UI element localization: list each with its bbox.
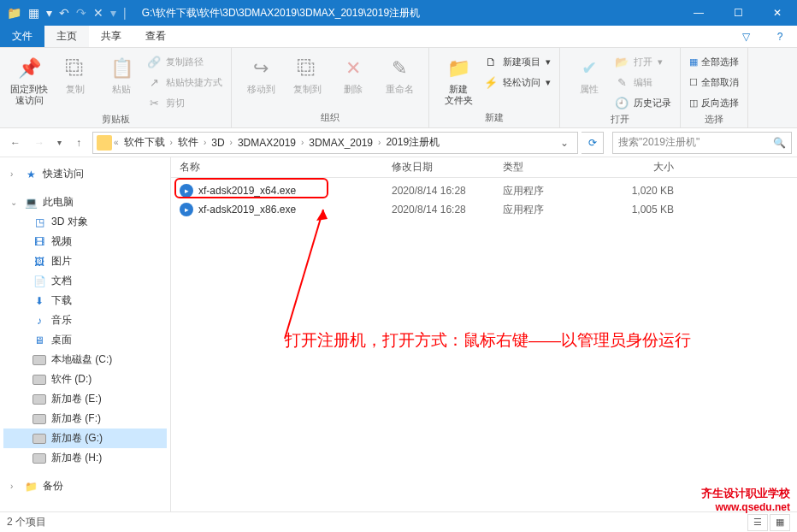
maximize-button[interactable]: ☐	[718, 0, 758, 26]
tree-drive-h[interactable]: 新加卷 (H:)	[3, 448, 167, 468]
rename-button[interactable]: ✎ 重命名	[379, 51, 420, 95]
group-label-open: 打开	[569, 111, 671, 127]
tree-quickaccess[interactable]: ›★快速访问	[3, 164, 167, 184]
back-button[interactable]: ←	[5, 133, 26, 153]
tab-share[interactable]: 共享	[89, 26, 133, 47]
file-row[interactable]: ▸xf-adsk2019_x86.exe 2020/8/14 16:28 应用程…	[171, 200, 797, 219]
search-input[interactable]: 搜索"2019注册机" 🔍	[612, 132, 792, 154]
close-button[interactable]: ✕	[758, 0, 797, 26]
open-button[interactable]: 📂打开 ▾	[615, 53, 671, 70]
breadcrumb-seg[interactable]: 3D	[208, 137, 227, 149]
recent-dropdown-icon[interactable]: ▾	[53, 133, 65, 153]
up-button[interactable]: ↑	[68, 133, 89, 153]
history-button[interactable]: 🕘历史记录	[615, 94, 671, 111]
tree-drive-e[interactable]: 新加卷 (E:)	[3, 389, 167, 409]
view-icons-button[interactable]: ▦	[770, 514, 790, 531]
forward-button[interactable]: →	[29, 133, 50, 153]
file-row[interactable]: ▸xf-adsk2019_x64.exe 2020/8/14 16:28 应用程…	[171, 181, 797, 200]
delete-button[interactable]: ✕ 删除	[333, 51, 374, 95]
minimize-button[interactable]: —	[679, 0, 718, 26]
delete-qat-icon[interactable]: ✕	[93, 6, 103, 20]
newfolder-icon: 📁	[445, 55, 472, 82]
easyaccess-icon: ⚡	[484, 75, 498, 89]
folder-icon: 📁	[7, 6, 21, 20]
refresh-button[interactable]: ⟳	[582, 132, 604, 154]
easyaccess-button[interactable]: ⚡轻松访问 ▾	[484, 74, 551, 91]
tree-downloads[interactable]: ⬇下载	[3, 291, 167, 310]
ribbon-tabs: 文件 主页 共享 查看 ▽ ?	[0, 26, 797, 48]
scissors-icon: ✂	[147, 96, 161, 109]
pin-quickaccess-button[interactable]: 📌 固定到快 速访问	[9, 51, 50, 106]
chevron-right-icon[interactable]: «	[114, 138, 119, 147]
copy-path-button[interactable]: 🔗复制路径	[147, 53, 222, 70]
tab-file[interactable]: 文件	[0, 26, 44, 47]
selectall-button[interactable]: ▦全部选择	[689, 53, 739, 70]
tree-drive-g[interactable]: 新加卷 (G:)	[3, 429, 167, 448]
properties-button[interactable]: ✔ 属性	[569, 51, 610, 95]
breadcrumb-seg[interactable]: 3DMAX_2019	[305, 137, 376, 149]
invert-icon: ◫	[689, 98, 698, 109]
ribbon-group-select: ▦全部选择 ☐全部取消 ◫反向选择 选择	[681, 48, 748, 127]
col-name[interactable]: 名称	[171, 160, 392, 174]
qat-props-icon[interactable]: ▦	[28, 6, 39, 20]
selectnone-button[interactable]: ☐全部取消	[689, 74, 739, 91]
redo-icon[interactable]: ↷	[76, 6, 86, 20]
invertselection-button[interactable]: ◫反向选择	[689, 94, 739, 111]
tab-view[interactable]: 查看	[133, 26, 178, 47]
tree-backup[interactable]: ›📁备份	[3, 476, 167, 496]
tree-pictures[interactable]: 🖼图片	[3, 251, 167, 271]
exe-icon: ▸	[180, 203, 193, 216]
breadcrumb-seg[interactable]: 软件	[174, 135, 202, 150]
cube-icon: ◳	[32, 216, 46, 229]
tree-documents[interactable]: 📄文档	[3, 271, 167, 291]
copyto-button[interactable]: ⿻ 复制到	[286, 51, 328, 95]
doc-icon: 📄	[32, 275, 46, 288]
undo-icon[interactable]: ↶	[59, 6, 69, 20]
col-type[interactable]: 类型	[503, 160, 605, 174]
tree-music[interactable]: ♪音乐	[3, 310, 167, 330]
moveto-button[interactable]: ↪ 移动到	[240, 51, 281, 95]
breadcrumb-seg[interactable]: 2019注册机	[382, 135, 443, 150]
qat-dropdown-icon[interactable]: ▾	[46, 6, 52, 20]
drive-icon	[32, 394, 46, 405]
search-icon[interactable]: 🔍	[773, 137, 786, 149]
breadcrumb-seg[interactable]: 软件下载	[121, 135, 168, 150]
breadcrumb-folder-icon	[97, 135, 112, 151]
tree-desktop[interactable]: 🖥桌面	[3, 330, 167, 350]
group-label-organize: 组织	[240, 109, 420, 126]
newfolder-button[interactable]: 📁 新建 文件夹	[438, 51, 479, 106]
nav-tree[interactable]: ›★快速访问 ⌄💻此电脑 ◳3D 对象 🎞视频 🖼图片 📄文档 ⬇下载 ♪音乐 …	[0, 157, 171, 511]
tree-drive-c[interactable]: 本地磁盘 (C:)	[3, 350, 167, 369]
tree-thispc[interactable]: ⌄💻此电脑	[3, 192, 167, 212]
shortcut-icon: ↗	[147, 75, 161, 89]
moveto-icon: ↪	[247, 55, 275, 82]
paste-shortcut-button[interactable]: ↗粘贴快捷方式	[147, 74, 222, 91]
tree-drive-d[interactable]: 软件 (D:)	[3, 369, 167, 389]
tab-home[interactable]: 主页	[44, 26, 89, 47]
newitem-button[interactable]: 🗋新建项目 ▾	[484, 53, 551, 70]
tree-3dobjects[interactable]: ◳3D 对象	[3, 212, 167, 232]
view-details-button[interactable]: ☰	[747, 514, 768, 531]
quick-access-toolbar: 📁 ▦ ▾ ↶ ↷ ✕ ▾ |	[0, 6, 133, 20]
window-title-path: G:\软件下载\软件\3D\3DMAX2019\3DMAX_2019\2019注…	[133, 6, 679, 21]
copy-button[interactable]: ⿻ 复制	[55, 51, 96, 95]
star-icon: ★	[24, 168, 38, 181]
col-size[interactable]: 大小	[605, 160, 691, 174]
item-count: 2 个项目	[7, 515, 46, 529]
group-label-select: 选择	[689, 111, 739, 127]
cut-button[interactable]: ✂剪切	[147, 94, 222, 111]
col-date[interactable]: 修改日期	[392, 160, 503, 174]
breadcrumb-seg[interactable]: 3DMAX2019	[234, 137, 299, 149]
help-icon[interactable]: ?	[763, 26, 797, 47]
list-header: 名称 修改日期 类型 大小	[171, 157, 797, 178]
paste-button[interactable]: 📋 粘贴	[101, 51, 142, 95]
address-dropdown-icon[interactable]: ⌄	[555, 137, 574, 149]
ribbon-collapse-icon[interactable]: ▽	[729, 26, 763, 47]
pin-icon: 📌	[15, 55, 43, 82]
watermark: 齐生设计职业学校 www.qsedu.net	[701, 486, 790, 513]
breadcrumb[interactable]: « 软件下载› 软件› 3D› 3DMAX2019› 3DMAX_2019› 2…	[92, 132, 578, 154]
group-label-new: 新建	[438, 109, 551, 126]
edit-button[interactable]: ✎编辑	[615, 74, 671, 91]
tree-videos[interactable]: 🎞视频	[3, 232, 167, 251]
tree-drive-f[interactable]: 新加卷 (F:)	[3, 409, 167, 429]
